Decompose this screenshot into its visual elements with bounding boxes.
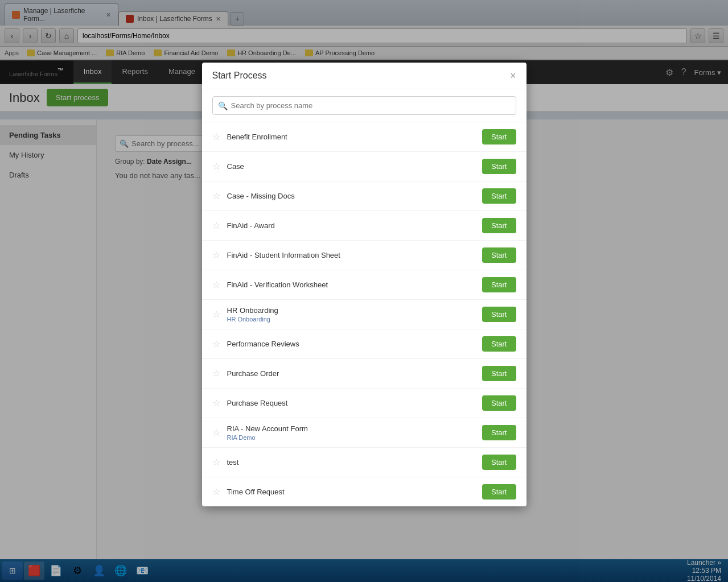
star-icon[interactable]: ☆ xyxy=(212,427,220,438)
star-icon[interactable]: ☆ xyxy=(212,191,220,201)
process-list-item: ☆FinAid - Verification WorksheetStart xyxy=(202,270,527,300)
process-list-item: ☆Purchase OrderStart xyxy=(202,359,527,389)
process-list-item: ☆HR OnboardingHR OnboardingStart xyxy=(202,300,527,329)
process-info: Benefit Enrollment xyxy=(227,133,483,141)
process-name: HR Onboarding xyxy=(227,306,483,315)
process-list-item: ☆FinAid - AwardStart xyxy=(202,211,527,241)
process-subtitle: HR Onboarding xyxy=(227,316,483,323)
process-info: Case xyxy=(227,162,483,171)
process-start-button[interactable]: Start xyxy=(482,336,516,352)
process-info: FinAid - Award xyxy=(227,221,483,230)
process-info: test xyxy=(227,458,483,467)
star-icon[interactable]: ☆ xyxy=(212,250,220,261)
star-icon[interactable]: ☆ xyxy=(212,457,220,468)
process-start-button[interactable]: Start xyxy=(482,159,516,174)
process-name: Benefit Enrollment xyxy=(227,133,483,141)
process-list-item: ☆RIA - New Account FormRIA DemoStart xyxy=(202,418,527,448)
process-name: Case xyxy=(227,162,483,171)
modal-search-icon: 🔍 xyxy=(218,101,228,110)
modal-title: Start Process xyxy=(212,71,267,81)
process-subtitle: RIA Demo xyxy=(227,434,483,441)
process-start-button[interactable]: Start xyxy=(482,484,516,500)
star-icon[interactable]: ☆ xyxy=(212,220,220,231)
star-icon[interactable]: ☆ xyxy=(212,309,220,320)
process-list-item: ☆testStart xyxy=(202,448,527,477)
modal-process-list: ☆Benefit EnrollmentStart☆CaseStart☆Case … xyxy=(202,122,527,506)
modal-search-area: 🔍 xyxy=(202,89,527,122)
process-list-item: ☆CaseStart xyxy=(202,152,527,181)
modal-search-input[interactable] xyxy=(212,96,516,115)
star-icon[interactable]: ☆ xyxy=(212,161,220,172)
star-icon[interactable]: ☆ xyxy=(212,131,220,142)
process-info: Time Off Request xyxy=(227,488,483,496)
process-start-button[interactable]: Start xyxy=(482,307,516,322)
process-list-item: ☆FinAid - Student Information SheetStart xyxy=(202,241,527,270)
process-name: Purchase Request xyxy=(227,399,483,407)
process-start-button[interactable]: Start xyxy=(482,188,516,204)
modal-overlay[interactable]: Start Process × 🔍 ☆Benefit EnrollmentSta… xyxy=(0,0,728,582)
process-info: FinAid - Verification Worksheet xyxy=(227,280,483,289)
process-list-item: ☆Purchase RequestStart xyxy=(202,389,527,418)
star-icon[interactable]: ☆ xyxy=(212,486,220,497)
process-list-item: ☆Case - Missing DocsStart xyxy=(202,181,527,211)
star-icon[interactable]: ☆ xyxy=(212,368,220,379)
process-info: HR OnboardingHR Onboarding xyxy=(227,306,483,323)
process-list-item: ☆Benefit EnrollmentStart xyxy=(202,122,527,152)
start-process-modal: Start Process × 🔍 ☆Benefit EnrollmentSta… xyxy=(202,63,527,506)
process-start-button[interactable]: Start xyxy=(482,366,516,381)
process-name: FinAid - Award xyxy=(227,221,483,230)
process-name: FinAid - Student Information Sheet xyxy=(227,251,483,259)
process-info: Case - Missing Docs xyxy=(227,192,483,200)
process-list-item: ☆Performance ReviewsStart xyxy=(202,329,527,359)
modal-close-button[interactable]: × xyxy=(510,71,516,81)
modal-search-wrapper: 🔍 xyxy=(212,96,516,115)
process-start-button[interactable]: Start xyxy=(482,395,516,411)
process-name: FinAid - Verification Worksheet xyxy=(227,280,483,289)
process-start-button[interactable]: Start xyxy=(482,277,516,292)
modal-header: Start Process × xyxy=(202,63,527,89)
process-start-button[interactable]: Start xyxy=(482,129,516,145)
process-name: test xyxy=(227,458,483,467)
process-start-button[interactable]: Start xyxy=(482,247,516,263)
process-name: Performance Reviews xyxy=(227,340,483,348)
process-info: RIA - New Account FormRIA Demo xyxy=(227,424,483,441)
process-name: Case - Missing Docs xyxy=(227,192,483,200)
process-list-item: ☆Time Off RequestStart xyxy=(202,477,527,506)
process-info: Purchase Request xyxy=(227,399,483,407)
process-name: RIA - New Account Form xyxy=(227,424,483,433)
process-info: Performance Reviews xyxy=(227,340,483,348)
process-info: Purchase Order xyxy=(227,369,483,378)
star-icon[interactable]: ☆ xyxy=(212,279,220,290)
process-name: Time Off Request xyxy=(227,488,483,496)
process-start-button[interactable]: Start xyxy=(482,218,516,233)
star-icon[interactable]: ☆ xyxy=(212,339,220,349)
process-info: FinAid - Student Information Sheet xyxy=(227,251,483,259)
process-start-button[interactable]: Start xyxy=(482,455,516,470)
process-name: Purchase Order xyxy=(227,369,483,378)
process-start-button[interactable]: Start xyxy=(482,425,516,440)
star-icon[interactable]: ☆ xyxy=(212,398,220,408)
